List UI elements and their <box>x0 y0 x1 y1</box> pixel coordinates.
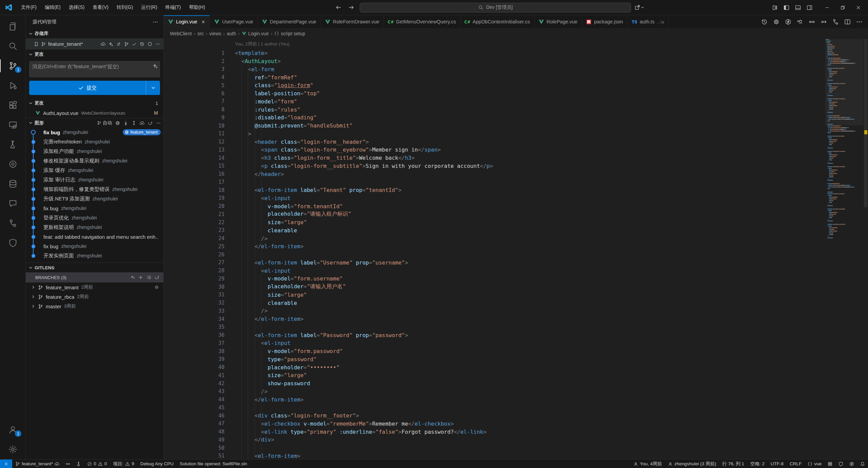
status-branch-status[interactable]: feature_tenant* <box>12 460 62 468</box>
status-project-problems[interactable]: 项目:9 <box>110 460 137 468</box>
activity-settings[interactable] <box>0 440 25 459</box>
repo-action-shield-icon[interactable] <box>147 42 152 46</box>
close-icon[interactable] <box>850 1 866 14</box>
editor-action-hex-bolt-icon[interactable] <box>785 19 791 25</box>
breadcrumb-item[interactable]: script setup <box>274 31 305 36</box>
commit-dropdown-icon[interactable] <box>146 81 160 95</box>
status-indentation[interactable]: 空格: 2 <box>747 460 768 468</box>
repo-action-ellipsis-icon[interactable] <box>155 42 160 46</box>
commit-row[interactable]: 开发实例页面 zhengshulei <box>26 251 163 260</box>
breadcrumb-item[interactable]: auth <box>227 31 236 36</box>
repo-action-history-icon[interactable] <box>140 42 144 46</box>
status-blame-you[interactable]: You, 4周前 <box>630 460 665 468</box>
toggle-secondary-sidebar-icon[interactable] <box>804 3 814 12</box>
tab-Login.vue[interactable]: Login.vue <box>164 15 210 28</box>
menu-R[interactable]: 运行(R) <box>138 3 160 12</box>
scrollbar[interactable] <box>863 39 868 459</box>
graph-branch-fetch-icon[interactable] <box>123 121 128 125</box>
customize-layout-icon[interactable] <box>770 3 780 12</box>
minimap[interactable] <box>825 39 863 459</box>
launch-profile-icon[interactable] <box>634 3 645 12</box>
graph-cloud-up-icon[interactable] <box>140 121 144 125</box>
tab-RoleFormDrawer.vue[interactable]: RoleFormDrawer.vue <box>321 15 384 28</box>
sidebar-more-icon[interactable] <box>153 19 158 25</box>
status-debug-config[interactable]: Debug Any CPU <box>137 460 177 468</box>
commit-row[interactable]: 登录页优化 zhengshulei <box>26 213 163 222</box>
branches-header[interactable]: BRANCHES (3) <box>26 272 163 282</box>
activity-account[interactable]: 1 <box>0 420 25 440</box>
commit-row[interactable]: 增加前端防抖，修复类型错误 zhengshulei <box>26 184 163 194</box>
toggle-panel-icon[interactable] <box>793 3 803 12</box>
generate-commit-message-icon[interactable] <box>153 63 158 69</box>
breadcrumb-item[interactable]: src <box>197 31 204 36</box>
editor-action-openai-icon[interactable] <box>773 19 780 25</box>
changed-file-row[interactable]: AuthLayout.vue WebClient\src\layouts M <box>26 108 163 118</box>
activity-gitlens[interactable] <box>0 154 25 174</box>
restore-icon[interactable] <box>835 1 850 14</box>
status-problems[interactable]: 00 <box>84 460 110 468</box>
menu-H[interactable]: 帮助(H) <box>185 3 208 12</box>
activity-extensions[interactable] <box>0 95 25 115</box>
activity-remote-explorer[interactable] <box>0 115 25 135</box>
editor-action-compare-changes-icon[interactable] <box>809 19 815 25</box>
commit-row[interactable]: feat: add tabbed navigation and menu sea… <box>26 232 163 241</box>
status-beaker[interactable] <box>73 460 84 468</box>
breadcrumb-item[interactable]: WebClient <box>170 31 192 36</box>
branches-plus-icon[interactable] <box>138 275 143 280</box>
commit-row[interactable]: fix bug zhengshulei feature_tenant <box>26 128 163 137</box>
activity-testing[interactable] <box>0 135 25 154</box>
back-icon[interactable] <box>333 3 343 12</box>
tab-package.json[interactable]: package.json <box>582 15 627 28</box>
commit-message-input[interactable]: 消息(Ctrl+Enter 在"feature_tenant"提交) <box>29 61 160 77</box>
editor-action-open-changes-icon[interactable] <box>821 19 827 25</box>
commit-row[interactable]: 升级.NET9 添加遥测 zhengshulei <box>26 194 163 203</box>
graph-refresh-icon[interactable] <box>148 121 153 125</box>
status-eol[interactable]: CRLF <box>787 460 805 468</box>
menu-E[interactable]: 编辑(E) <box>41 3 64 12</box>
editor-action-gitlens-commit-icon[interactable] <box>797 19 803 25</box>
tab-AppDbContextInitialiser.cs[interactable]: C# AppDbContextInitialiser.cs <box>460 15 534 28</box>
commit-section-header[interactable]: 更改 <box>26 50 163 59</box>
command-center-search[interactable]: Dev [管理员] <box>360 3 631 13</box>
minimize-icon[interactable] <box>819 1 835 14</box>
branches-switch-icon[interactable] <box>130 275 135 280</box>
commit-row[interactable]: 添加租户功能 zhengshulei <box>26 147 163 156</box>
menu-T[interactable]: 终端(T) <box>162 3 184 12</box>
repo-action-cloud-up-icon[interactable] <box>101 42 105 46</box>
status-language-mode[interactable]: vue <box>805 460 825 468</box>
forward-icon[interactable] <box>346 3 356 12</box>
commit-button[interactable]: 提交 <box>29 81 160 95</box>
graph-target-icon[interactable] <box>115 121 120 125</box>
repo-action-sparkle-icon[interactable] <box>108 42 113 46</box>
menu-F[interactable]: 文件(F) <box>18 3 40 12</box>
commit-row[interactable]: 添加 审计日志 zhengshulei <box>26 175 163 184</box>
branches-list-tree-icon[interactable] <box>146 275 151 280</box>
activity-search[interactable] <box>0 36 25 56</box>
activity-chat[interactable] <box>0 194 25 213</box>
branch-row-feature_tenant[interactable]: feature_tenant 2周前 <box>26 282 163 292</box>
commit-row[interactable]: 完善refreshtoken zhengshulei <box>26 137 163 147</box>
breadcrumb-item[interactable]: Login.vue <box>242 31 269 36</box>
status-solution-status[interactable]: Solution file opened: SwiftPile.sln <box>177 460 250 468</box>
status-remote-indicator[interactable] <box>0 460 12 468</box>
repo-action-swap-icon[interactable] <box>116 42 121 46</box>
tab-close-icon[interactable] <box>201 20 205 24</box>
activity-source-control[interactable]: 1 <box>0 56 25 76</box>
status-notifications[interactable] <box>857 460 868 468</box>
commit-row[interactable]: 更新框架说明 zhengshulei <box>26 222 163 232</box>
activity-database[interactable] <box>0 174 25 194</box>
status-cursor-position[interactable]: 行 76, 列 1 <box>719 460 747 468</box>
tab-GetMenuOverviewQuery.cs[interactable]: C# GetMenuOverviewQuery.cs <box>384 15 460 28</box>
expand-chevron-icon[interactable] <box>31 295 35 299</box>
editor-action-split-editor-icon[interactable] <box>844 19 851 25</box>
graph-branch-pull-icon[interactable] <box>132 121 136 125</box>
branch-row-feature_rbca[interactable]: feature_rbca 2周前 <box>26 292 163 301</box>
commit-row[interactable]: fix bug zhengshulei <box>26 241 163 251</box>
expand-chevron-icon[interactable] <box>31 285 35 289</box>
status-blame-author[interactable]: zhengshulei (3 周前) <box>665 460 719 468</box>
graph-auto-toggle[interactable]: 自动 <box>97 120 112 126</box>
gitlens-section-header[interactable]: GITLENS <box>26 263 163 272</box>
menu-V[interactable]: 查看(V) <box>89 3 112 12</box>
editor-action-timeline-icon[interactable] <box>761 19 768 25</box>
repo-action-branch-icon[interactable] <box>124 42 129 46</box>
